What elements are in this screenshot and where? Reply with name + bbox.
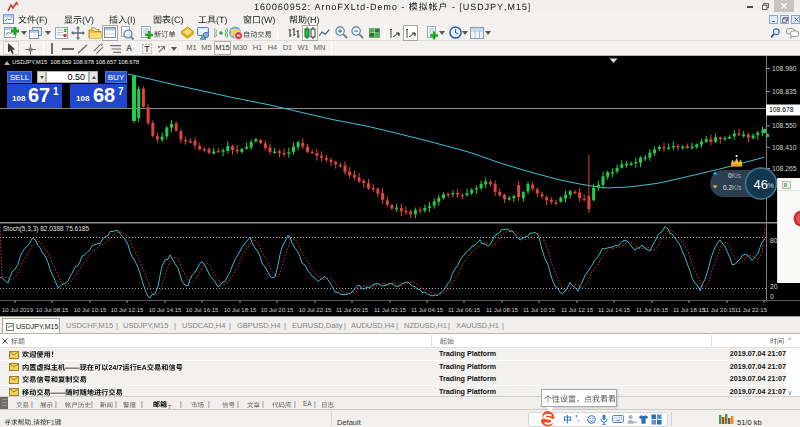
svg-text:11 Jul 08:15: 11 Jul 08:15 bbox=[486, 307, 519, 313]
svg-text:11 Jul 16:15: 11 Jul 16:15 bbox=[636, 307, 669, 313]
svg-text:0.2K/s: 0.2K/s bbox=[723, 184, 742, 191]
svg-text:11 Jul 02:15: 11 Jul 02:15 bbox=[374, 307, 407, 313]
svg-text:108.980: 108.980 bbox=[772, 65, 797, 72]
svg-text:10 Jul 2019: 10 Jul 2019 bbox=[2, 307, 34, 313]
svg-text:11 Jul 14:15: 11 Jul 14:15 bbox=[598, 307, 631, 313]
svg-text:10 Jul 12:15: 10 Jul 12:15 bbox=[111, 307, 144, 313]
svg-text:11 Jul 20:15: 11 Jul 20:15 bbox=[703, 307, 736, 313]
svg-text:0: 0 bbox=[770, 293, 774, 300]
svg-text:10 Jul 20:15: 10 Jul 20:15 bbox=[261, 307, 294, 313]
svg-text:11 Jul 22:15: 11 Jul 22:15 bbox=[735, 307, 768, 313]
svg-text:108.835: 108.835 bbox=[772, 88, 797, 95]
svg-text:11 Jul 06:15: 11 Jul 06:15 bbox=[448, 307, 481, 313]
svg-text:10 Jul 22:15: 10 Jul 22:15 bbox=[299, 307, 332, 313]
svg-text:11 Jul 00:15: 11 Jul 00:15 bbox=[336, 307, 369, 313]
svg-text:11 Jul 12:15: 11 Jul 12:15 bbox=[561, 307, 594, 313]
svg-text:10 Jul 08:15: 10 Jul 08:15 bbox=[36, 307, 69, 313]
svg-text:%: % bbox=[768, 182, 774, 189]
svg-text:10 Jul 18:15: 10 Jul 18:15 bbox=[224, 307, 257, 313]
svg-text:11 Jul 10:15: 11 Jul 10:15 bbox=[523, 307, 556, 313]
svg-text:46: 46 bbox=[754, 177, 768, 192]
svg-text:11 Jul 04:15: 11 Jul 04:15 bbox=[411, 307, 444, 313]
svg-text:10 Jul 16:15: 10 Jul 16:15 bbox=[186, 307, 219, 313]
svg-text:Stoch(5,3,3) 82.0388 75.6185: Stoch(5,3,3) 82.0388 75.6185 bbox=[3, 225, 89, 233]
svg-text:108.550: 108.550 bbox=[772, 122, 797, 129]
svg-text:108.678: 108.678 bbox=[769, 106, 794, 113]
svg-text:11 Jul 18:15: 11 Jul 18:15 bbox=[673, 307, 706, 313]
svg-text:10 Jul 10:15: 10 Jul 10:15 bbox=[74, 307, 107, 313]
svg-text:20: 20 bbox=[770, 283, 778, 290]
svg-text:10 Jul 14:15: 10 Jul 14:15 bbox=[149, 307, 182, 313]
svg-text:0K/s: 0K/s bbox=[728, 172, 742, 179]
